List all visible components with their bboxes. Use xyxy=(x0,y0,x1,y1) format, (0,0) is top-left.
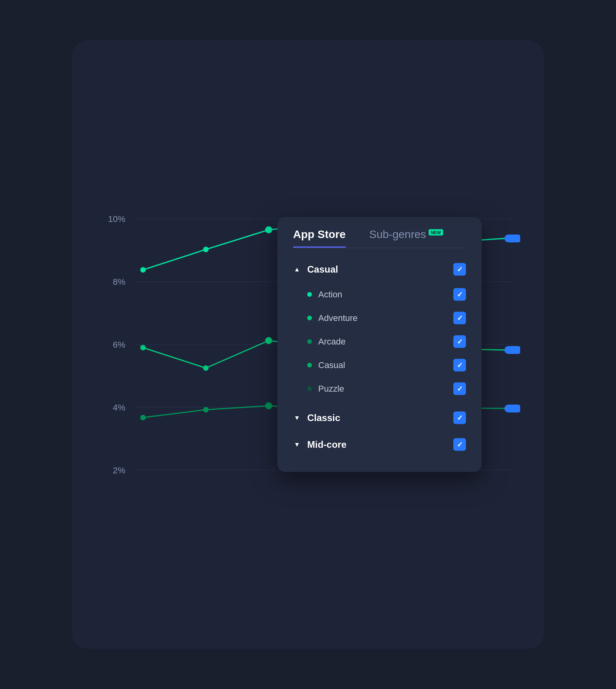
adventure-dot xyxy=(307,316,312,321)
genre-item-action-left: Action xyxy=(307,290,342,300)
arcade-checkbox[interactable] xyxy=(453,335,466,348)
genre-group-casual-name: Casual xyxy=(307,264,338,275)
genre-group-classic-name: Classic xyxy=(307,412,340,423)
slider-handle-3[interactable] xyxy=(504,405,520,412)
genre-group-classic[interactable]: ▼ Classic xyxy=(293,405,466,431)
new-badge: NEW xyxy=(429,229,444,235)
classic-checkbox[interactable] xyxy=(453,412,466,424)
action-label: Action xyxy=(318,290,342,300)
chevron-down-icon-classic: ▼ xyxy=(293,414,301,421)
puzzle-label: Puzzle xyxy=(318,384,344,394)
arcade-label: Arcade xyxy=(318,337,346,347)
casual-sub-dot xyxy=(307,363,312,368)
chart-dot-dark xyxy=(265,402,272,409)
y-label-8: 8% xyxy=(113,277,125,287)
section-gap-1 xyxy=(293,401,466,405)
genre-group-midcore-name: Mid-core xyxy=(307,439,346,450)
tabs-row: App Store Sub-genresNEW xyxy=(277,217,482,248)
chevron-up-icon: ▲ xyxy=(293,266,301,273)
adventure-checkbox[interactable] xyxy=(453,312,466,324)
puzzle-checkbox[interactable] xyxy=(453,383,466,395)
genre-group-casual-left: ▲ Casual xyxy=(293,264,338,275)
genre-group-classic-left: ▼ Classic xyxy=(293,412,340,423)
outer-card: 10% 8% 6% 4% 2% xyxy=(72,40,544,649)
y-label-4: 4% xyxy=(113,403,125,412)
genre-item-adventure-left: Adventure xyxy=(307,313,358,323)
genre-group-casual[interactable]: ▲ Casual xyxy=(293,256,466,283)
chart-dot-mid xyxy=(265,337,272,344)
chart-dot xyxy=(203,247,209,252)
genre-item-arcade-left: Arcade xyxy=(307,337,346,347)
casual-checkbox[interactable] xyxy=(453,263,466,276)
chart-dot xyxy=(265,226,272,233)
midcore-checkbox[interactable] xyxy=(453,438,466,451)
slider-handle-1[interactable] xyxy=(504,235,520,242)
genre-item-adventure[interactable]: Adventure xyxy=(293,306,466,330)
action-dot xyxy=(307,292,312,297)
y-label-10: 10% xyxy=(108,214,125,224)
slider-handle-2[interactable] xyxy=(504,346,520,354)
chart-dot-mid xyxy=(203,365,209,371)
chevron-down-icon-midcore: ▼ xyxy=(293,441,301,448)
genre-item-puzzle-left: Puzzle xyxy=(307,384,344,394)
action-checkbox[interactable] xyxy=(453,288,466,301)
y-label-2: 2% xyxy=(113,465,125,475)
genre-group-midcore-left: ▼ Mid-core xyxy=(293,439,346,450)
tab-app-store[interactable]: App Store xyxy=(293,228,346,248)
y-label-6: 6% xyxy=(113,340,125,350)
chart-dot xyxy=(140,267,146,273)
genre-item-action[interactable]: Action xyxy=(293,283,466,306)
chart-dot-dark xyxy=(140,415,146,420)
puzzle-dot xyxy=(307,387,312,391)
genre-item-arcade[interactable]: Arcade xyxy=(293,330,466,354)
casual-sub-checkbox[interactable] xyxy=(453,359,466,372)
chart-dot-dark xyxy=(203,407,209,412)
adventure-label: Adventure xyxy=(318,313,358,323)
tab-sub-genres-label: Sub-genres xyxy=(369,228,426,240)
genre-list: ▲ Casual Action Adventure xyxy=(277,248,482,472)
genre-item-casual-sub[interactable]: Casual xyxy=(293,354,466,377)
dropdown-panel: App Store Sub-genresNEW ▲ Casual Action xyxy=(277,217,482,472)
arcade-dot xyxy=(307,339,312,344)
casual-sub-label: Casual xyxy=(318,360,345,370)
genre-group-midcore[interactable]: ▼ Mid-core xyxy=(293,431,466,458)
genre-item-casual-sub-left: Casual xyxy=(307,360,345,370)
genre-item-puzzle[interactable]: Puzzle xyxy=(293,377,466,401)
tab-sub-genres[interactable]: Sub-genresNEW xyxy=(369,228,443,248)
chart-dot-mid xyxy=(140,345,146,350)
